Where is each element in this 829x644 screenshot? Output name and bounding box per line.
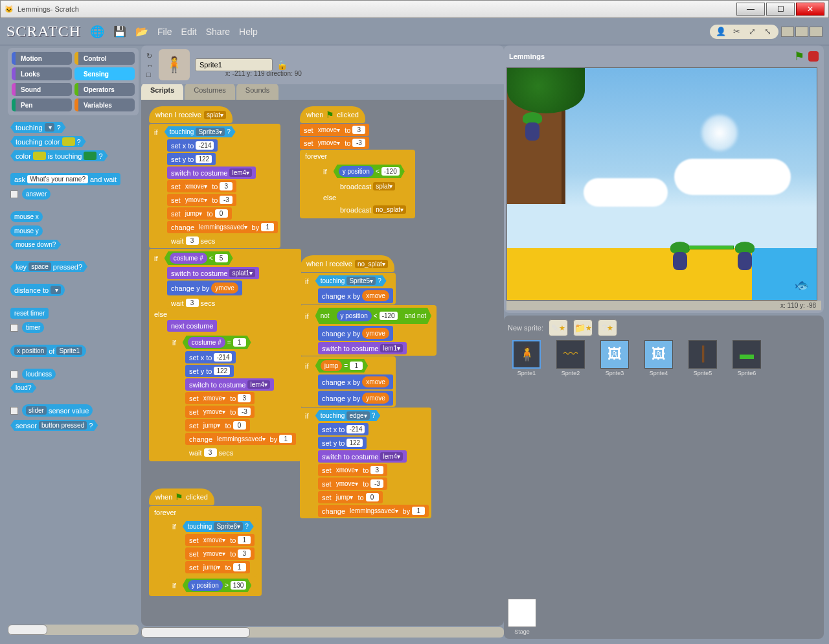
script-stack[interactable]: when ⚑ clickedforeverif touching Sprite6…	[149, 489, 262, 596]
script-block[interactable]: wait 3 secs	[185, 446, 237, 459]
sensor-value-monitor-checkbox[interactable]	[10, 407, 18, 415]
hat-block[interactable]: when ⚑ clicked	[149, 489, 214, 505]
menu-help[interactable]: Help	[239, 27, 258, 37]
script-block[interactable]: switch to costume lem4▾	[167, 167, 256, 179]
stage-item[interactable]: Stage	[508, 599, 536, 635]
stamp-icon[interactable]: 👤	[715, 26, 727, 38]
menu-share[interactable]: Share	[206, 27, 230, 37]
condition-block[interactable]: jump = 1	[315, 359, 369, 373]
window-maximize-button[interactable]: ☐	[766, 3, 795, 16]
stage-sprite-bridge[interactable]	[688, 246, 734, 249]
rotate-icon[interactable]: ↻	[146, 52, 153, 60]
block-reset-timer[interactable]: reset timer	[10, 308, 49, 319]
grow-icon[interactable]: ⤢	[746, 26, 758, 38]
script-block[interactable]: set jump▾ to 0	[318, 491, 383, 503]
script-block[interactable]: set xmove▾ to 1	[185, 534, 255, 546]
sprite-item[interactable]: ▬Sprite6	[728, 340, 766, 376]
stage-view[interactable]: 🐟	[506, 67, 817, 301]
script-block[interactable]: wait 3 secs	[167, 235, 219, 247]
block-key-pressed[interactable]: keyspacepressed?	[10, 261, 87, 272]
block-color-touching[interactable]: color is touching ?	[10, 150, 108, 161]
category-pen[interactable]: Pen	[12, 98, 72, 111]
category-operators[interactable]: Operators	[74, 83, 135, 96]
script-block[interactable]: set x to -214	[185, 351, 236, 363]
c-block[interactable]: if jump = 1change x by xmovechange y by …	[300, 356, 396, 407]
block-touching-color[interactable]: touching color ?	[10, 136, 86, 147]
condition-block[interactable]: costume # = 1	[183, 336, 251, 349]
script-block[interactable]: set y to 122	[167, 153, 216, 165]
c-block[interactable]: if touching Sprite6▾ ?set xmove▾ to 1set…	[167, 518, 259, 575]
loudness-monitor-checkbox[interactable]	[10, 371, 18, 378]
small-stage-button[interactable]	[781, 27, 794, 37]
script-block[interactable]: set xmove▾ to 3	[318, 464, 387, 476]
condition-block[interactable]: touching Sprite3▾ ?	[165, 126, 236, 137]
scissors-icon[interactable]: ✂	[731, 26, 742, 38]
c-block[interactable]: if costume # = 1set x to -214set y to 12…	[167, 333, 299, 460]
condition-block[interactable]: y position < -120	[332, 309, 403, 323]
category-looks[interactable]: Looks	[12, 67, 72, 80]
full-stage-button[interactable]	[795, 27, 808, 37]
category-motion[interactable]: Motion	[12, 52, 72, 65]
menu-edit[interactable]: Edit	[181, 27, 197, 37]
script-block[interactable]: set ymove▾ to -3	[167, 194, 236, 206]
c-block[interactable]: if touching Sprite5▾ ?change x by xmove	[300, 273, 396, 305]
open-icon[interactable]: 📂	[135, 25, 148, 38]
category-control[interactable]: Control	[74, 52, 135, 65]
script-block[interactable]: set ymove▾ to -3	[185, 406, 255, 418]
block-mouse-down[interactable]: mouse down?	[10, 240, 61, 249]
category-sensing[interactable]: Sensing	[74, 67, 135, 80]
condition-block[interactable]: touching Sprite6▾ ?	[183, 521, 254, 532]
script-block[interactable]: broadcast no_splat▾	[336, 203, 410, 216]
script-stack[interactable]: when ⚑ clickedset xmove▾ to 3set ymove▾ …	[300, 106, 415, 218]
block-mouse-x[interactable]: mouse x	[10, 211, 43, 222]
script-block[interactable]: set xmove▾ to 3	[167, 180, 236, 192]
block-ask[interactable]: askWhat's your name?and wait	[10, 173, 120, 185]
stage-sprite-lemming[interactable]	[734, 242, 756, 270]
hat-block[interactable]: when ⚑ clicked	[300, 106, 365, 123]
block-sensor-value[interactable]: slidersensor value	[22, 404, 93, 417]
c-block[interactable]: foreverif touching Sprite6▾ ?set xmove▾ …	[149, 506, 262, 596]
block-touching[interactable]: touching ▾?	[10, 122, 66, 133]
condition-block[interactable]: y position < -120	[334, 165, 405, 178]
scripts-area[interactable]: when I receive splat▾if touching Sprite3…	[141, 100, 504, 626]
script-block[interactable]: set xmove▾ to 3	[185, 392, 255, 404]
script-block[interactable]: switch to costume lem4▾	[318, 450, 407, 463]
scripts-hscrollbar[interactable]	[141, 627, 504, 638]
script-block[interactable]: change y by ymove	[318, 391, 393, 406]
sprite-item[interactable]: ┃Sprite5	[684, 340, 721, 376]
block-sensor-bool[interactable]: sensorbutton pressed?	[10, 420, 98, 431]
script-block[interactable]: switch to costume lem4▾	[185, 378, 274, 391]
no-rotate-icon[interactable]: □	[146, 71, 153, 78]
menu-file[interactable]: File	[157, 27, 172, 37]
save-icon[interactable]: 💾	[113, 25, 126, 38]
green-flag-button[interactable]: ⚑	[794, 49, 804, 63]
tab-costumes[interactable]: Costumes	[185, 83, 235, 100]
hat-block[interactable]: when I receive no_splat▾	[300, 255, 394, 272]
script-block[interactable]: set jump▾ to 0	[167, 207, 232, 220]
script-block[interactable]: set jump▾ to 0	[185, 419, 250, 431]
block-loudness[interactable]: loudness	[22, 369, 56, 380]
block-distance-to[interactable]: distance to ▾	[10, 284, 65, 296]
blocks-palette[interactable]: touching ▾? touching color ? color is to…	[8, 118, 139, 621]
condition-block[interactable]: y position > 130	[183, 579, 252, 592]
window-close-button[interactable]: ✕	[796, 3, 824, 16]
block-of-sprite[interactable]: x positionofSprite1	[10, 345, 86, 357]
flip-icon[interactable]: ↔	[146, 62, 153, 69]
block-timer[interactable]: timer	[22, 322, 44, 333]
globe-icon[interactable]: 🌐	[90, 25, 104, 39]
c-block[interactable]: if touching edge▾ ?set x to -214set y to…	[300, 408, 431, 518]
c-block[interactable]: foreverif y position < -120broadcast spl…	[300, 150, 415, 218]
palette-hscrollbar[interactable]	[8, 625, 139, 635]
block-answer[interactable]: answer	[22, 189, 51, 200]
script-block[interactable]: wait 3 secs	[167, 297, 219, 309]
surprise-sprite-button[interactable]: ?★	[598, 319, 617, 336]
tab-sounds[interactable]: Sounds	[236, 83, 278, 100]
script-block[interactable]: change lemmingssaved▾ by 1	[185, 433, 296, 445]
condition-block[interactable]: not y position < -120 and not	[315, 308, 431, 324]
script-block[interactable]: change y by ymove	[318, 326, 393, 341]
script-block[interactable]: set ymove▾ to -3	[300, 137, 369, 149]
script-block[interactable]: set jump▾ to 1	[185, 561, 250, 573]
script-block[interactable]: set ymove▾ to 3	[185, 547, 255, 560]
sprite-item[interactable]: 🖼Sprite3	[596, 340, 633, 376]
window-minimize-button[interactable]: —	[736, 3, 765, 16]
